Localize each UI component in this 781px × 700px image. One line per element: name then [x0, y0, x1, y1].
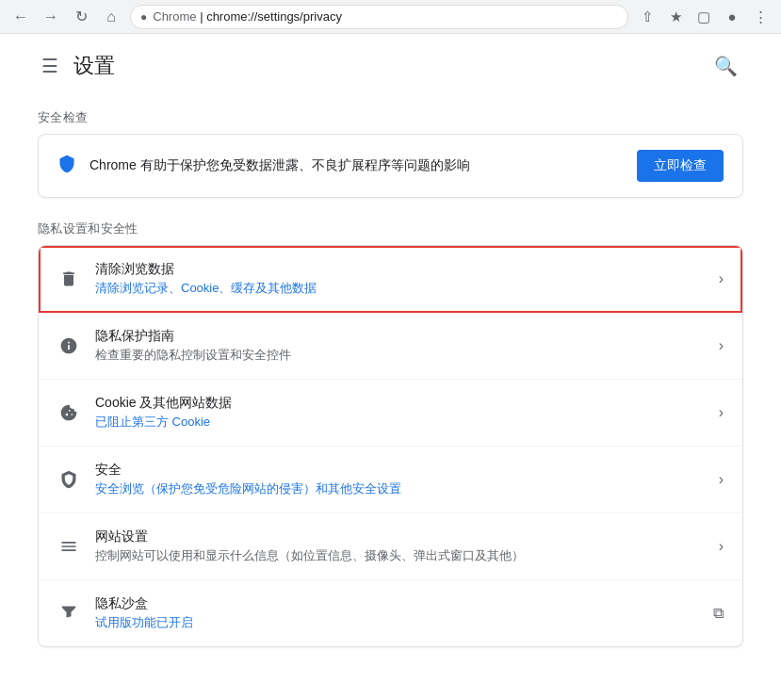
profile-button[interactable]: ● — [719, 4, 745, 30]
cookies-title: Cookie 及其他网站数据 — [95, 395, 704, 412]
security-subtitle: 安全浏览（保护您免受危险网站的侵害）和其他安全设置 — [95, 480, 704, 497]
privacy-sandbox-item[interactable]: 隐私沙盒 试用版功能已开启 ⧉ — [39, 580, 742, 646]
hamburger-icon[interactable]: ☰ — [38, 51, 62, 81]
site-settings-item[interactable]: 网站设置 控制网站可以使用和显示什么信息（如位置信息、摄像头、弹出式窗口及其他）… — [39, 513, 742, 580]
privacy-guide-title: 隐私保护指南 — [95, 328, 704, 345]
cookies-subtitle: 已阻止第三方 Cookie — [95, 414, 704, 431]
privacy-guide-icon — [57, 336, 80, 355]
safety-check-description: Chrome 有助于保护您免受数据泄露、不良扩展程序等问题的影响 — [89, 157, 470, 174]
lock-icon: ● — [140, 10, 147, 24]
shield-svg — [57, 155, 76, 173]
search-button[interactable]: 🔍 — [708, 49, 743, 83]
home-button[interactable]: ⌂ — [98, 4, 124, 30]
clear-data-title: 清除浏览数据 — [95, 261, 704, 278]
page-title: 设置 — [73, 52, 115, 80]
privacy-sandbox-subtitle: 试用版功能已开启 — [95, 614, 698, 631]
chevron-icon: › — [719, 538, 724, 555]
url-path: chrome://settings/privacy — [206, 9, 342, 24]
privacy-guide-text: 隐私保护指南 检查重要的隐私控制设置和安全控件 — [95, 328, 704, 364]
share-button[interactable]: ⇧ — [634, 4, 660, 30]
clear-data-item[interactable]: 清除浏览数据 清除浏览记录、Cookie、缓存及其他数据 › — [39, 246, 742, 313]
chevron-icon: › — [719, 270, 724, 287]
forward-button[interactable]: → — [38, 4, 64, 30]
external-link-icon: ⧉ — [713, 605, 724, 622]
privacy-sandbox-text: 隐私沙盒 试用版功能已开启 — [95, 595, 698, 631]
browser-chrome-bar: ← → ↻ ⌂ ● Chrome | chrome://settings/pri… — [0, 0, 781, 34]
shield-icon — [57, 155, 76, 178]
site-settings-title: 网站设置 — [95, 529, 704, 545]
site-settings-subtitle: 控制网站可以使用和显示什么信息（如位置信息、摄像头、弹出式窗口及其他） — [95, 547, 704, 564]
address-actions: ⇧ ★ ▢ ● ⋮ — [634, 4, 773, 30]
safety-check-card: Chrome 有助于保护您免受数据泄露、不良扩展程序等问题的影响 立即检查 — [38, 134, 743, 198]
menu-button[interactable]: ⋮ — [747, 4, 773, 30]
chevron-icon: › — [719, 337, 724, 354]
check-now-button[interactable]: 立即检查 — [637, 150, 724, 182]
address-bar[interactable]: ● Chrome | chrome://settings/privacy — [130, 5, 628, 29]
clear-data-text: 清除浏览数据 清除浏览记录、Cookie、缓存及其他数据 — [95, 261, 704, 297]
window-button[interactable]: ▢ — [691, 4, 717, 30]
privacy-section-label: 隐私设置和安全性 — [38, 220, 743, 237]
site-settings-text: 网站设置 控制网站可以使用和显示什么信息（如位置信息、摄像头、弹出式窗口及其他） — [95, 529, 704, 564]
security-text: 安全 安全浏览（保护您免受危险网站的侵害）和其他安全设置 — [95, 462, 704, 497]
security-item[interactable]: 安全 安全浏览（保护您免受危险网站的侵害）和其他安全设置 › — [39, 447, 742, 513]
privacy-settings-list: 清除浏览数据 清除浏览记录、Cookie、缓存及其他数据 › 隐私保护指南 检查… — [38, 245, 743, 647]
back-button[interactable]: ← — [8, 4, 34, 30]
safety-card-left: Chrome 有助于保护您免受数据泄露、不良扩展程序等问题的影响 — [57, 155, 470, 178]
cookie-icon — [57, 403, 80, 422]
settings-header: ☰ 设置 🔍 — [38, 34, 743, 90]
security-icon — [57, 470, 80, 489]
cookies-text: Cookie 及其他网站数据 已阻止第三方 Cookie — [95, 395, 704, 431]
chevron-icon: › — [719, 471, 724, 488]
reload-button[interactable]: ↻ — [68, 4, 94, 30]
sandbox-icon — [57, 604, 80, 623]
settings-title-row: ☰ 设置 — [38, 51, 115, 81]
privacy-sandbox-title: 隐私沙盒 — [95, 595, 698, 612]
privacy-guide-subtitle: 检查重要的隐私控制设置和安全控件 — [95, 347, 704, 364]
bookmark-button[interactable]: ★ — [662, 4, 689, 30]
chevron-icon: › — [719, 404, 724, 421]
cookies-item[interactable]: Cookie 及其他网站数据 已阻止第三方 Cookie › — [39, 380, 742, 447]
url-tab-label: Chrome — [153, 9, 196, 24]
trash-icon — [57, 269, 80, 288]
settings-page: ☰ 设置 🔍 安全检查 Chrome 有助于保护您免受数据泄露、不良扩展程序等问… — [0, 34, 781, 700]
security-title: 安全 — [95, 462, 704, 479]
nav-buttons: ← → ↻ ⌂ — [8, 4, 124, 30]
clear-data-subtitle: 清除浏览记录、Cookie、缓存及其他数据 — [95, 280, 704, 297]
privacy-guide-item[interactable]: 隐私保护指南 检查重要的隐私控制设置和安全控件 › — [39, 313, 742, 380]
site-settings-icon — [57, 537, 80, 556]
url-display: Chrome | chrome://settings/privacy — [153, 9, 342, 24]
main-content: ☰ 设置 🔍 安全检查 Chrome 有助于保护您免受数据泄露、不良扩展程序等问… — [0, 34, 781, 700]
safety-check-section-label: 安全检查 — [38, 109, 743, 126]
